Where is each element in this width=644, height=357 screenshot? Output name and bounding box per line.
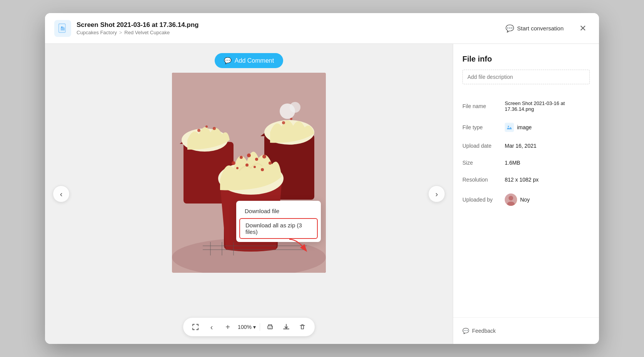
svg-point-30 <box>254 166 256 168</box>
panel-footer: 💬 Feedback <box>453 317 599 344</box>
zoom-out-icon: ‹ <box>210 323 213 331</box>
field-value: Screen Shot 2021-03-16 at 17.36.14.png <box>505 95 590 117</box>
field-value: 1.6MB <box>505 154 590 171</box>
header-left: Screen Shot 2021-03-16 at 17.36.14.png C… <box>54 20 199 37</box>
zoom-percentage: 100% <box>238 324 252 330</box>
field-label: Size <box>462 154 505 171</box>
zoom-in-icon: + <box>225 323 230 331</box>
field-value: 812 x 1082 px <box>505 171 590 188</box>
download-zip-item[interactable]: Download all as zip (3 files) <box>239 218 318 239</box>
zoom-out-button[interactable]: ‹ <box>205 321 218 333</box>
nav-right-button[interactable]: › <box>428 185 445 202</box>
table-row: Resolution 812 x 1082 px <box>462 171 590 188</box>
svg-point-22 <box>232 161 235 165</box>
field-label: File name <box>462 95 505 117</box>
nav-left-button[interactable]: ‹ <box>53 185 70 202</box>
file-type-text: image <box>517 124 532 130</box>
svg-point-41 <box>271 327 272 327</box>
comment-icon: 💬 <box>224 57 232 64</box>
zoom-level-display[interactable]: 100% ▾ <box>238 324 256 330</box>
table-row: Upload date Mar 16, 2021 <box>462 137 590 154</box>
svg-point-11 <box>213 127 216 130</box>
conversation-icon: 💬 <box>506 24 514 33</box>
field-label: Uploaded by <box>462 188 505 211</box>
chevron-right-icon: › <box>435 190 438 199</box>
table-row: Size 1.6MB <box>462 154 590 171</box>
svg-point-12 <box>282 121 285 124</box>
download-button[interactable] <box>280 321 292 333</box>
field-label: Resolution <box>462 171 505 188</box>
breadcrumb-child: Red Velvet Cupcake <box>124 30 170 35</box>
zoom-in-button[interactable]: + <box>222 321 234 333</box>
svg-point-26 <box>262 155 266 158</box>
viewer-area: 💬 Add Comment ‹ <box>45 44 453 344</box>
download-icon <box>283 324 290 330</box>
svg-point-10 <box>205 125 208 128</box>
feedback-icon: 💬 <box>462 328 469 334</box>
svg-rect-42 <box>506 124 512 130</box>
download-file-item[interactable]: Download file <box>239 204 318 218</box>
header: Screen Shot 2021-03-16 at 17.36.14.png C… <box>45 13 599 44</box>
svg-point-31 <box>261 168 264 171</box>
image-toolbar: ‹ + 100% ▾ <box>183 318 315 336</box>
image-container: Download file Download all as zip (3 fil… <box>172 73 326 273</box>
svg-point-23 <box>240 156 243 159</box>
file-description-input[interactable] <box>462 70 590 84</box>
add-comment-button[interactable]: 💬 Add Comment <box>215 53 283 68</box>
right-panel: File info File name Screen Shot 2021-03-… <box>453 44 599 344</box>
print-icon <box>267 324 274 330</box>
feedback-button[interactable]: 💬 Feedback <box>462 325 496 336</box>
svg-point-28 <box>236 167 239 169</box>
fit-screen-button[interactable] <box>189 321 202 333</box>
chevron-left-icon: ‹ <box>60 190 63 199</box>
close-button[interactable]: ✕ <box>576 22 590 35</box>
delete-button[interactable] <box>296 321 309 333</box>
field-label: Upload date <box>462 137 505 154</box>
toolbar-divider <box>260 323 260 331</box>
arrow-indicator <box>285 237 309 253</box>
start-conversation-label: Start conversation <box>517 25 564 32</box>
close-icon: ✕ <box>579 23 586 33</box>
download-dropdown: Download file Download all as zip (3 fil… <box>236 201 321 242</box>
table-row: File type <box>462 117 590 137</box>
svg-point-45 <box>509 196 513 200</box>
table-row: File name Screen Shot 2021-03-16 at 17.3… <box>462 95 590 117</box>
start-conversation-button[interactable]: 💬 Start conversation <box>501 21 568 36</box>
zoom-chevron-icon: ▾ <box>253 324 256 330</box>
field-value: Noy <box>505 188 590 211</box>
breadcrumb-parent: Cupcakes Factory <box>77 30 117 35</box>
svg-point-24 <box>247 153 251 157</box>
svg-point-9 <box>197 129 200 132</box>
svg-point-43 <box>508 126 509 127</box>
panel-title: File info <box>462 55 590 63</box>
field-value: Mar 16, 2021 <box>505 137 590 154</box>
main-window: Screen Shot 2021-03-16 at 17.36.14.png C… <box>45 13 599 344</box>
image-file-icon <box>505 123 514 132</box>
file-info-table: File name Screen Shot 2021-03-16 at 17.3… <box>462 95 590 211</box>
uploader-name: Noy <box>520 197 530 203</box>
svg-rect-40 <box>269 327 272 329</box>
svg-point-33 <box>290 102 300 113</box>
svg-point-29 <box>245 163 249 167</box>
panel-content: File info File name Screen Shot 2021-03-… <box>453 44 599 317</box>
breadcrumb: Cupcakes Factory > Red Velvet Cupcake <box>77 30 199 35</box>
delete-icon <box>299 324 306 330</box>
field-label: File type <box>462 117 505 137</box>
svg-point-27 <box>269 162 272 165</box>
main-content: 💬 Add Comment ‹ <box>45 44 599 344</box>
field-value: image <box>505 117 590 137</box>
file-type-icon <box>54 20 71 37</box>
avatar <box>505 194 517 206</box>
header-title-area: Screen Shot 2021-03-16 at 17.36.14.png C… <box>77 21 199 35</box>
header-right: 💬 Start conversation ✕ <box>501 21 590 36</box>
add-comment-label: Add Comment <box>235 57 274 64</box>
feedback-label: Feedback <box>472 328 496 334</box>
header-filename: Screen Shot 2021-03-16 at 17.36.14.png <box>77 21 199 29</box>
table-row: Uploaded by <box>462 188 590 211</box>
breadcrumb-separator: > <box>119 30 122 35</box>
svg-point-25 <box>255 158 258 161</box>
fit-screen-icon <box>192 324 199 330</box>
print-button[interactable] <box>264 321 276 333</box>
svg-point-2 <box>61 26 63 28</box>
